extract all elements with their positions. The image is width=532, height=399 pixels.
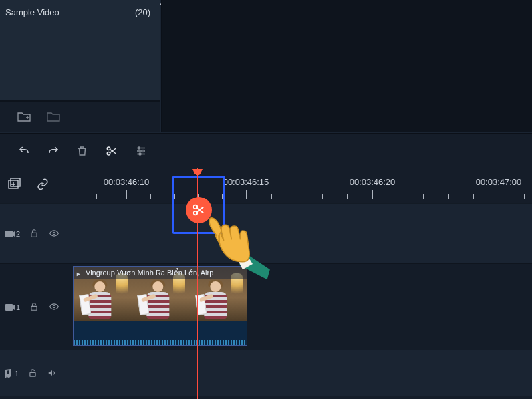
svg-rect-13 (30, 372, 35, 376)
svg-rect-7 (5, 231, 13, 237)
track-header-v2: 2 (0, 204, 73, 263)
open-folder-icon[interactable] (47, 111, 60, 124)
media-panel: Sample Video (20) (0, 0, 160, 103)
media-folder-count: (20) (135, 7, 150, 17)
track-number: 1 (16, 303, 20, 311)
media-folder-sample[interactable]: Sample Video (20) (0, 0, 160, 24)
track-number: 2 (16, 230, 20, 238)
eye-icon[interactable] (48, 302, 60, 313)
track-number: 1 (15, 370, 19, 378)
clip-audio-lane (74, 321, 247, 345)
svg-point-4 (139, 153, 141, 155)
svg-point-2 (138, 147, 140, 149)
track-header-v1: 1 (0, 264, 73, 350)
ruler-ticks[interactable]: 00:03:46:10 00:03:46:15 00:03:46:20 00:0… (73, 168, 532, 203)
audio-track-icon: 1 (5, 369, 19, 378)
svg-point-3 (142, 150, 144, 152)
pointing-hand-icon (206, 214, 273, 281)
svg-rect-8 (31, 233, 37, 237)
redo-button[interactable] (47, 144, 60, 158)
lock-icon[interactable] (28, 368, 37, 379)
timeline: 00:03:46:10 00:03:46:15 00:03:46:20 00:0… (0, 168, 532, 399)
audio-track-1[interactable]: 1 (0, 350, 532, 396)
video-track-icon: 2 (5, 230, 20, 238)
svg-point-9 (53, 232, 55, 235)
svg-point-12 (53, 305, 55, 308)
split-button[interactable] (105, 144, 118, 158)
svg-rect-11 (31, 306, 37, 310)
svg-rect-10 (5, 304, 13, 311)
tick-label: 00:03:46:10 (104, 177, 150, 187)
add-track-button[interactable] (8, 178, 21, 192)
lock-icon[interactable] (29, 229, 39, 239)
track-header-a1: 1 (0, 350, 73, 396)
new-folder-icon[interactable] (17, 111, 31, 124)
eye-icon[interactable] (48, 229, 60, 239)
link-button[interactable] (36, 178, 49, 192)
speaker-icon[interactable] (47, 368, 57, 379)
media-folder-toolbar (0, 100, 160, 132)
media-folder-label: Sample Video (5, 7, 59, 17)
video-track-icon: 1 (5, 303, 20, 311)
adjust-button[interactable] (134, 144, 148, 158)
tick-label: 00:03:47:00 (476, 177, 522, 187)
undo-button[interactable] (17, 144, 31, 158)
timeline-ruler[interactable]: 00:03:46:10 00:03:46:15 00:03:46:20 00:0… (0, 168, 532, 203)
preview-area (161, 0, 532, 132)
delete-button[interactable] (76, 144, 89, 158)
timeline-toolbar (0, 133, 532, 168)
tick-label: 00:03:46:15 (223, 177, 269, 187)
svg-rect-6 (11, 178, 20, 186)
lock-icon[interactable] (29, 302, 39, 313)
tick-label: 00:03:46:20 (350, 177, 396, 187)
